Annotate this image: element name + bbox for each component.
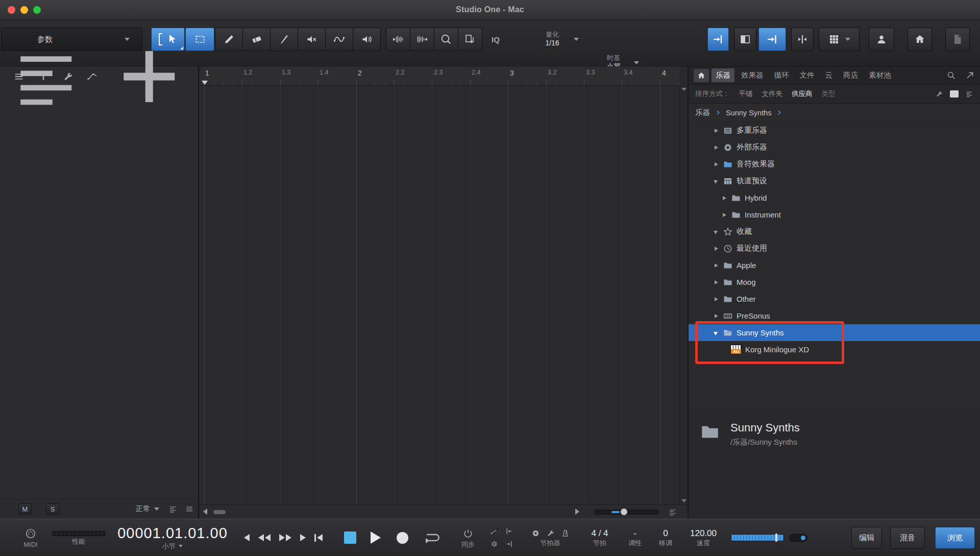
- sort-option-type[interactable]: 类型: [822, 89, 836, 99]
- tab-pool[interactable]: 素材池: [865, 68, 895, 82]
- performance-monitor[interactable]: 性能: [49, 519, 108, 556]
- precount-dot-icon[interactable]: [531, 529, 540, 538]
- disclosure-open-icon[interactable]: [713, 330, 719, 336]
- time-display[interactable]: 00001.01.01.00 小节: [121, 519, 224, 556]
- compare-tool-button[interactable]: [458, 28, 482, 51]
- next-bar-button[interactable]: [300, 534, 306, 541]
- minimize-window-button[interactable]: [20, 6, 28, 14]
- punch-in-icon[interactable]: [505, 527, 513, 536]
- macro-panel-dropdown[interactable]: [819, 28, 860, 51]
- scroll-up-arrow-icon[interactable]: [681, 88, 687, 91]
- return-to-zero-button[interactable]: [314, 534, 323, 542]
- settings-gear-icon[interactable]: [490, 540, 499, 548]
- timeline-ruler[interactable]: 1 1.2 1.3 1.4 2 2.2 2.3 2.4 3 3.2 3.3 3.…: [200, 66, 679, 86]
- home-button[interactable]: [908, 28, 932, 51]
- tree-item-external-instruments[interactable]: 外部乐器: [689, 139, 980, 156]
- disclosure-closed-icon[interactable]: [713, 161, 719, 167]
- tab-effects[interactable]: 效果器: [737, 68, 768, 82]
- zoom-options-icon[interactable]: [668, 507, 677, 517]
- track-size-dropdown[interactable]: 正常: [136, 504, 159, 514]
- tree-item-multi-instruments[interactable]: 多重乐器: [689, 122, 980, 139]
- tree-item-sunny-synths[interactable]: Sunny Synths: [689, 324, 980, 341]
- previous-bar-button[interactable]: [244, 534, 250, 541]
- time-signature-display[interactable]: 4 / 4 节拍: [582, 519, 618, 556]
- track-height-icon[interactable]: [168, 504, 178, 514]
- sort-option-vendor[interactable]: 供应商: [792, 89, 813, 99]
- disclosure-closed-icon[interactable]: [721, 212, 727, 218]
- detach-panel-icon[interactable]: [965, 70, 975, 80]
- transpose-display[interactable]: 0 移调: [651, 519, 680, 556]
- track-list-icon[interactable]: [0, 38, 92, 115]
- tempo-slider[interactable]: [731, 534, 784, 541]
- loop-button[interactable]: [419, 519, 444, 556]
- sort-option-flat[interactable]: 平铺: [739, 89, 753, 99]
- tree-item-other[interactable]: Other: [689, 291, 980, 307]
- rewind-button[interactable]: [258, 534, 271, 541]
- close-window-button[interactable]: [8, 6, 15, 14]
- arrange-grid[interactable]: [200, 86, 679, 504]
- stop-button[interactable]: [341, 519, 359, 556]
- tree-item-hybrid[interactable]: Hybrid: [689, 189, 980, 206]
- user-profile-button[interactable]: [869, 28, 894, 51]
- paint-tool-button[interactable]: [215, 28, 243, 51]
- horizontal-scrollbar[interactable]: [200, 504, 688, 519]
- browser-home-tab[interactable]: [694, 69, 709, 82]
- search-icon[interactable]: [946, 70, 956, 80]
- center-playhead-button[interactable]: [791, 28, 814, 51]
- tree-item-moog[interactable]: Moog: [689, 274, 980, 291]
- disclosure-closed-icon[interactable]: [713, 128, 719, 134]
- tree-item-korg-minilogue-xd[interactable]: AU Korg Minilogue XD: [689, 341, 980, 358]
- key-display[interactable]: - 调性: [622, 519, 648, 556]
- disclosure-closed-icon[interactable]: [713, 313, 719, 319]
- fast-forward-button[interactable]: [279, 534, 291, 541]
- eraser-tool-button[interactable]: [242, 28, 271, 51]
- tree-item-note-fx[interactable]: 音符效果器: [689, 156, 980, 173]
- tab-shop[interactable]: 商店: [839, 68, 862, 82]
- metronome-cluster[interactable]: 节拍器: [526, 519, 575, 556]
- tree-item-favorites[interactable]: 收藏: [689, 223, 980, 240]
- timestretch-right-button[interactable]: [410, 28, 434, 51]
- filter-wrench-icon[interactable]: [935, 90, 943, 98]
- metronome-icon[interactable]: [561, 529, 570, 538]
- record-button[interactable]: [393, 519, 411, 556]
- zoom-slider-handle[interactable]: [621, 509, 627, 515]
- bend-tool-button[interactable]: [325, 28, 353, 51]
- play-button[interactable]: [366, 519, 385, 556]
- disclosure-open-icon[interactable]: [713, 178, 719, 184]
- autoscroll-button[interactable]: [758, 28, 786, 51]
- snap-toggle-button[interactable]: [707, 28, 729, 51]
- timestretch-left-button[interactable]: [386, 28, 410, 51]
- mix-view-button[interactable]: 混音: [890, 527, 925, 549]
- breadcrumb-current[interactable]: Sunny Synths: [726, 109, 771, 117]
- disclosure-closed-icon[interactable]: [713, 279, 719, 285]
- disclosure-closed-icon[interactable]: [721, 195, 727, 201]
- disclosure-open-icon[interactable]: [713, 229, 719, 235]
- zoom-window-button[interactable]: [33, 6, 41, 14]
- edit-view-button[interactable]: 编辑: [851, 527, 882, 549]
- title-bar[interactable]: Studio One - Mac: [0, 0, 980, 20]
- tab-files[interactable]: 文件: [796, 68, 819, 82]
- disclosure-closed-icon[interactable]: [713, 262, 719, 269]
- tree-item-instrument[interactable]: Instrument: [689, 206, 980, 223]
- preview-toggle-icon[interactable]: [950, 90, 959, 98]
- listen-tool-button[interactable]: [353, 28, 381, 51]
- tab-loops[interactable]: 循环: [770, 68, 793, 82]
- tab-cloud[interactable]: 云: [821, 68, 837, 82]
- tree-item-presonus[interactable]: PreSonus: [689, 307, 980, 324]
- click-settings-wrench-icon[interactable]: [546, 529, 555, 538]
- split-tool-button[interactable]: [270, 28, 298, 51]
- tree-item-recent[interactable]: 最近使用: [689, 240, 980, 257]
- vertical-scrollbar[interactable]: [679, 86, 688, 504]
- disclosure-closed-icon[interactable]: [713, 296, 719, 302]
- browse-view-button[interactable]: 浏览: [935, 527, 975, 549]
- quantize-dropdown[interactable]: 量化 1/16: [524, 28, 581, 51]
- disclosure-closed-icon[interactable]: [713, 144, 719, 151]
- zoom-tool-button[interactable]: [434, 28, 458, 51]
- scrollbar-handle[interactable]: [213, 510, 226, 514]
- sync-toggle[interactable]: 同步: [456, 519, 480, 556]
- mute-tool-button[interactable]: [298, 28, 326, 51]
- tab-instruments[interactable]: 乐器: [712, 68, 734, 82]
- notes-button[interactable]: [945, 28, 970, 51]
- track-options-icon[interactable]: [185, 504, 194, 514]
- scroll-left-arrow-icon[interactable]: [203, 509, 207, 515]
